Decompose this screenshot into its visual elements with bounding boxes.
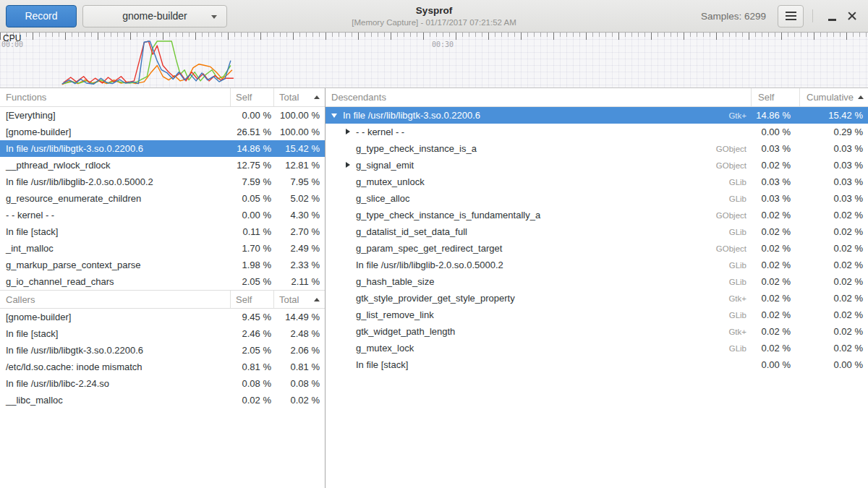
record-button[interactable]: Record — [6, 5, 77, 27]
tree-row[interactable]: g_slice_allocGLib0.03 %0.03 % — [326, 190, 868, 207]
function-name: g_markup_parse_context_parse — [0, 260, 230, 270]
library-tag: Gtk+ — [728, 111, 751, 120]
sort-ascending-icon — [314, 298, 320, 301]
cumulative-percent: 0.03 % — [799, 160, 868, 171]
self-percent: 0.00 % — [230, 210, 273, 221]
tree-row[interactable]: g_type_check_instance_is_aGObject0.03 %0… — [326, 140, 868, 157]
tree-row[interactable]: g_mutex_lockGLib0.02 %0.02 % — [326, 340, 868, 356]
minimize-button[interactable] — [822, 6, 842, 26]
total-percent: 100.00 % — [273, 127, 325, 137]
table-row[interactable]: g_markup_parse_context_parse1.98 %2.33 % — [0, 257, 325, 273]
tree-row[interactable]: In file /usr/lib/libglib-2.0.so.0.5000.2… — [326, 257, 868, 273]
descendant-name-cell: In file [stack] — [326, 359, 746, 370]
table-row[interactable]: /etc/ld.so.cache: inode mismatch0.81 %0.… — [0, 359, 325, 375]
descendant-name-cell: g_mutex_lock — [326, 343, 729, 354]
cumulative-percent: 0.02 % — [799, 210, 868, 221]
total-percent: 100.00 % — [273, 110, 325, 121]
expander-spacer — [344, 212, 351, 218]
table-row[interactable]: g_io_channel_read_chars2.05 %2.11 % — [0, 273, 325, 290]
functions-column-header[interactable]: Functions — [0, 88, 230, 106]
descendant-name: gtk_style_provider_get_style_property — [356, 293, 515, 304]
total-percent: 4.30 % — [273, 210, 325, 221]
tree-row[interactable]: g_hash_table_sizeGLib0.02 %0.02 % — [326, 273, 868, 290]
table-row[interactable]: In file [stack]2.46 %2.48 % — [0, 325, 325, 342]
self-percent: 2.05 % — [230, 276, 273, 287]
descendants-cumulative-column-header[interactable]: Cumulative — [799, 88, 868, 106]
table-row[interactable]: [gnome-builder]9.45 %14.49 % — [0, 309, 325, 325]
tree-row[interactable]: g_param_spec_get_redirect_targetGObject0… — [326, 240, 868, 257]
table-row[interactable]: _int_malloc1.70 %2.49 % — [0, 240, 325, 257]
library-tag: GObject — [716, 244, 751, 253]
self-percent: 0.02 % — [751, 276, 799, 287]
descendants-self-column-header[interactable]: Self — [751, 88, 799, 106]
functions-table-header: Functions Self Total — [0, 88, 325, 107]
menu-button[interactable] — [778, 5, 804, 27]
total-percent: 7.95 % — [273, 176, 325, 187]
self-percent: 14.86 % — [751, 110, 799, 121]
tree-row[interactable]: g_mutex_unlockGLib0.03 %0.03 % — [326, 174, 868, 190]
tree-row[interactable]: g_datalist_id_set_data_fullGLib0.02 %0.0… — [326, 223, 868, 240]
table-row[interactable]: In file [stack]0.11 %2.70 % — [0, 223, 325, 240]
functions-total-column-header[interactable]: Total — [273, 88, 325, 106]
expander-down-icon[interactable] — [331, 112, 338, 119]
cumulative-percent: 15.42 % — [799, 110, 868, 121]
close-button[interactable] — [842, 6, 862, 26]
table-row[interactable]: [Everything]0.00 %100.00 % — [0, 107, 325, 124]
cpu-graph[interactable]: CPU 00:00 00:30 — [0, 33, 868, 88]
tree-row[interactable]: gtk_widget_path_lengthGtk+0.02 %0.02 % — [326, 323, 868, 340]
self-percent: 0.08 % — [230, 378, 273, 389]
table-row[interactable]: [gnome-builder]26.51 %100.00 % — [0, 124, 325, 140]
function-name: [Everything] — [0, 110, 230, 121]
descendant-name: gtk_widget_path_length — [356, 326, 455, 337]
table-row[interactable]: In file /usr/lib/libc-2.24.so0.08 %0.08 … — [0, 375, 325, 392]
total-percent: 5.02 % — [273, 193, 325, 204]
callers-total-column-header[interactable]: Total — [273, 291, 325, 308]
descendant-name: In file [stack] — [356, 359, 408, 370]
function-name: In file /usr/lib/libgtk-3.so.0.2200.6 — [0, 143, 230, 154]
expander-spacer — [344, 145, 351, 152]
expander-right-icon[interactable] — [344, 129, 351, 135]
table-row[interactable]: __libc_malloc0.02 %0.02 % — [0, 392, 325, 408]
minimize-icon — [828, 19, 836, 21]
callers-self-column-header[interactable]: Self — [230, 291, 273, 308]
window-title-area: Sysprof [Memory Capture] - 01/17/2017 07… — [352, 5, 516, 27]
self-percent: 0.02 % — [751, 226, 799, 237]
function-name: __pthread_rwlock_rdlock — [0, 160, 230, 171]
cumulative-percent: 0.02 % — [799, 243, 868, 254]
tree-row[interactable]: g_type_check_instance_is_fundamentally_a… — [326, 207, 868, 223]
tree-row[interactable]: In file /usr/lib/libgtk-3.so.0.2200.6Gtk… — [326, 107, 868, 124]
table-row[interactable]: In file /usr/lib/libglib-2.0.so.0.5000.2… — [0, 174, 325, 190]
descendant-name: g_type_check_instance_is_fundamentally_a — [356, 210, 540, 221]
cpu-line-cpu-blue — [62, 41, 231, 84]
tree-row[interactable]: g_list_remove_linkGLib0.02 %0.02 % — [326, 307, 868, 323]
tree-row[interactable]: In file [stack]0.00 %0.00 % — [326, 356, 868, 373]
expander-spacer — [344, 295, 351, 301]
table-row[interactable]: - - kernel - -0.00 %4.30 % — [0, 207, 325, 223]
cumulative-percent: 0.02 % — [799, 276, 868, 287]
table-row[interactable]: g_resource_enumerate_children0.05 %5.02 … — [0, 190, 325, 207]
table-row[interactable]: In file /usr/lib/libgtk-3.so.0.2200.62.0… — [0, 342, 325, 359]
tree-row[interactable]: - - kernel - -0.00 %0.29 % — [326, 124, 868, 140]
descendants-column-header[interactable]: Descendants — [326, 88, 751, 106]
tree-row[interactable]: gtk_style_provider_get_style_propertyGtk… — [326, 290, 868, 307]
total-percent: 0.02 % — [273, 395, 325, 406]
expander-spacer — [344, 262, 351, 268]
table-row[interactable]: In file /usr/lib/libgtk-3.so.0.2200.614.… — [0, 140, 325, 157]
descendant-name-cell: In file /usr/lib/libglib-2.0.so.0.5000.2 — [326, 260, 729, 270]
callers-column-header[interactable]: Callers — [0, 291, 230, 308]
process-selector-dropdown[interactable]: gnome-builder — [82, 5, 227, 27]
expander-right-icon[interactable] — [344, 162, 351, 168]
library-tag: Gtk+ — [728, 328, 751, 336]
table-row[interactable]: __pthread_rwlock_rdlock12.75 %12.81 % — [0, 157, 325, 174]
cumulative-percent: 0.03 % — [799, 193, 868, 204]
self-percent: 0.03 % — [751, 193, 799, 204]
functions-self-column-header[interactable]: Self — [230, 88, 273, 106]
main-area: Functions Self Total [Everything]0.00 %1… — [0, 88, 868, 488]
tree-row[interactable]: g_signal_emitGObject0.02 %0.03 % — [326, 157, 868, 174]
function-name: g_resource_enumerate_children — [0, 193, 230, 204]
function-name: In file [stack] — [0, 328, 230, 339]
function-name: [gnome-builder] — [0, 312, 230, 322]
expander-spacer — [344, 328, 351, 335]
samples-count: Samples: 6299 — [701, 11, 766, 22]
total-percent: 2.49 % — [273, 243, 325, 254]
